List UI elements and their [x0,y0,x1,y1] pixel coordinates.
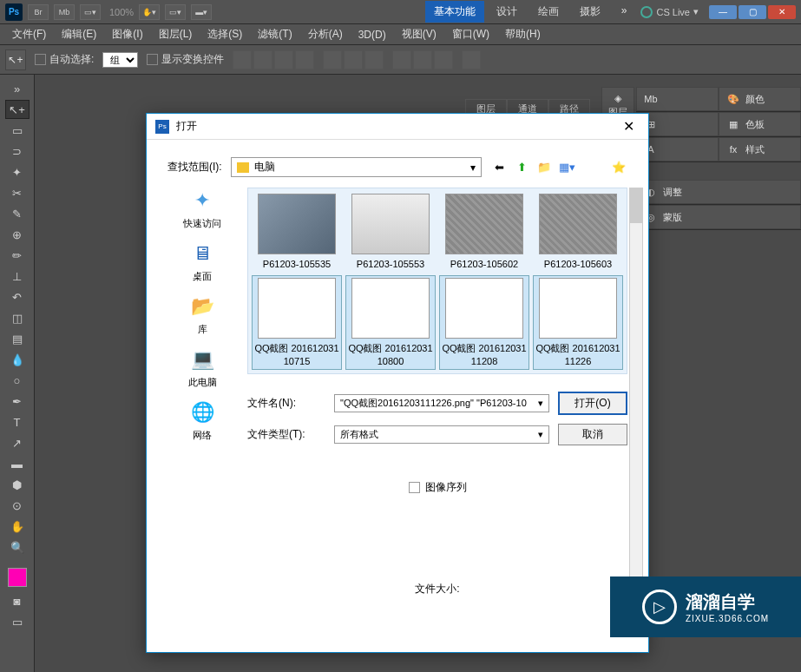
menu-edit[interactable]: 编辑(E) [55,25,103,43]
filetype-dropdown[interactable]: 所有格式 ▾ [334,425,549,444]
3d-camera-tool[interactable]: ⊙ [5,496,30,515]
pen-tool[interactable]: ✒ [5,392,30,411]
type-tool[interactable]: T [5,412,30,432]
place-quick-access[interactable]: ✦ 快速访问 [183,188,221,230]
filename-input[interactable]: "QQ截图20161203111226.png" "P61203-10 ▾ [334,394,549,412]
up-icon[interactable]: ⬆ [513,159,530,176]
new-folder-icon[interactable]: 📁 [535,159,553,176]
brush-tool[interactable]: ✏ [5,246,30,265]
image-sequence-checkbox[interactable]: 图像序列 [247,480,627,495]
file-item[interactable]: P61203-105603 [533,192,623,272]
foreground-color[interactable] [8,568,27,587]
place-computer[interactable]: 💻 此电脑 [187,346,218,389]
move-tool-icon[interactable]: ↖+ [5,49,26,70]
panel-styles[interactable]: fx样式 [719,137,801,161]
file-item[interactable]: QQ截图 20161203110800 [345,275,436,370]
scroll-thumb[interactable] [630,188,642,223]
file-item[interactable]: QQ截图 20161203111226 [533,275,623,370]
panel-masks[interactable]: ◎蒙版 [636,205,801,229]
file-item[interactable]: P61203-105535 [252,192,342,272]
option-icon[interactable] [462,50,481,69]
menu-view[interactable]: 视图(V) [395,25,443,43]
menu-select[interactable]: 选择(S) [200,25,249,43]
show-transform-checkbox[interactable]: 显示变换控件 [147,52,224,67]
menu-layer[interactable]: 图层(L) [152,25,200,43]
marquee-tool[interactable]: ▭ [5,121,30,140]
zoom-dropdown[interactable]: 100% [109,7,134,17]
distribute-icon[interactable] [344,50,363,69]
eyedropper-tool[interactable]: ✎ [5,204,30,223]
zoom-tool[interactable]: 🔍 [5,537,30,557]
menu-file[interactable]: 文件(F) [5,25,53,43]
align-icon[interactable] [274,50,293,69]
auto-select-checkbox[interactable]: 自动选择: [35,52,94,67]
panel-adjustments[interactable]: ◐调整 [636,180,801,204]
history-brush-tool[interactable]: ↶ [5,287,30,306]
menu-3d[interactable]: 3D(D) [351,27,393,43]
move-tool[interactable]: ↖+ [5,100,30,119]
blur-tool[interactable]: 💧 [5,350,30,369]
menu-help[interactable]: 帮助(H) [498,25,548,43]
screen-mode-icon[interactable]: ▭▾ [80,4,101,20]
file-item[interactable]: P61203-105553 [345,192,436,272]
align-icon[interactable] [233,50,252,69]
healing-tool[interactable]: ⊕ [5,225,30,244]
star-icon[interactable]: ⭐ [610,159,627,176]
file-item[interactable]: QQ截图 20161203110715 [252,275,342,370]
cs-live-button[interactable]: CS Live ▾ [640,6,699,18]
cancel-button[interactable]: 取消 [558,424,627,445]
open-button[interactable]: 打开(O) [558,392,627,415]
wand-tool[interactable]: ✦ [5,162,30,181]
menu-window[interactable]: 窗口(W) [445,25,496,43]
place-library[interactable]: 📂 库 [187,293,218,336]
dodge-tool[interactable]: ○ [5,371,30,390]
panel-mb[interactable]: Mb [636,87,719,111]
shape-tool[interactable]: ▬ [5,454,30,473]
file-item[interactable]: P61203-105602 [439,192,529,272]
distribute-icon[interactable] [364,50,384,69]
gradient-tool[interactable]: ▤ [5,329,30,348]
workspace-tab-painting[interactable]: 绘画 [529,1,568,23]
quick-mask-icon[interactable]: ◙ [5,591,30,610]
minibridge-icon[interactable]: Mb [54,4,75,20]
panel-color[interactable]: 🎨颜色 [719,87,801,111]
workspace-more[interactable]: » [613,1,636,23]
screen-icon[interactable]: ▬▾ [191,4,212,20]
workspace-tab-photography[interactable]: 摄影 [571,1,609,23]
scrollbar[interactable] [629,188,643,596]
menu-analysis[interactable]: 分析(A) [301,25,350,43]
distribute-icon[interactable] [413,50,432,69]
workspace-tab-design[interactable]: 设计 [488,1,526,23]
panel-swatches[interactable]: ▦色板 [719,112,801,136]
distribute-icon[interactable] [323,50,342,69]
align-icon[interactable] [253,50,272,69]
hand-icon[interactable]: ✋▾ [139,4,160,20]
minimize-button[interactable]: — [709,5,737,19]
lasso-tool[interactable]: ⊃ [5,142,30,161]
crop-tool[interactable]: ✂ [5,183,30,202]
align-icon[interactable] [295,50,314,69]
screen-mode-icon[interactable]: ▭ [5,612,30,631]
view-icon[interactable]: ▦▾ [558,159,575,176]
eraser-tool[interactable]: ◫ [5,308,30,327]
auto-select-dropdown[interactable]: 组 [102,52,138,68]
place-network[interactable]: 🌐 网络 [187,399,218,442]
arrange-icon[interactable]: ▭▾ [165,4,186,20]
place-desktop[interactable]: 🖥 桌面 [187,240,218,283]
distribute-icon[interactable] [392,50,411,69]
lookup-dropdown[interactable]: 电脑 ▾ [231,157,482,177]
3d-tool[interactable]: ⬢ [5,475,30,494]
path-tool[interactable]: ↗ [5,433,30,452]
menu-image[interactable]: 图像(I) [105,25,149,43]
stamp-tool[interactable]: ⊥ [5,267,30,286]
file-item[interactable]: QQ截图 20161203111208 [439,275,529,370]
dialog-close-button[interactable]: ✕ [618,118,640,135]
distribute-icon[interactable] [434,50,453,69]
close-button[interactable]: ✕ [768,5,796,19]
workspace-tab-essentials[interactable]: 基本功能 [425,1,484,23]
maximize-button[interactable]: ▢ [739,5,766,19]
bridge-icon[interactable]: Br [28,4,49,20]
back-icon[interactable]: ⬅ [490,159,508,176]
collapse-icon[interactable]: » [5,79,30,98]
hand-tool[interactable]: ✋ [5,517,30,536]
